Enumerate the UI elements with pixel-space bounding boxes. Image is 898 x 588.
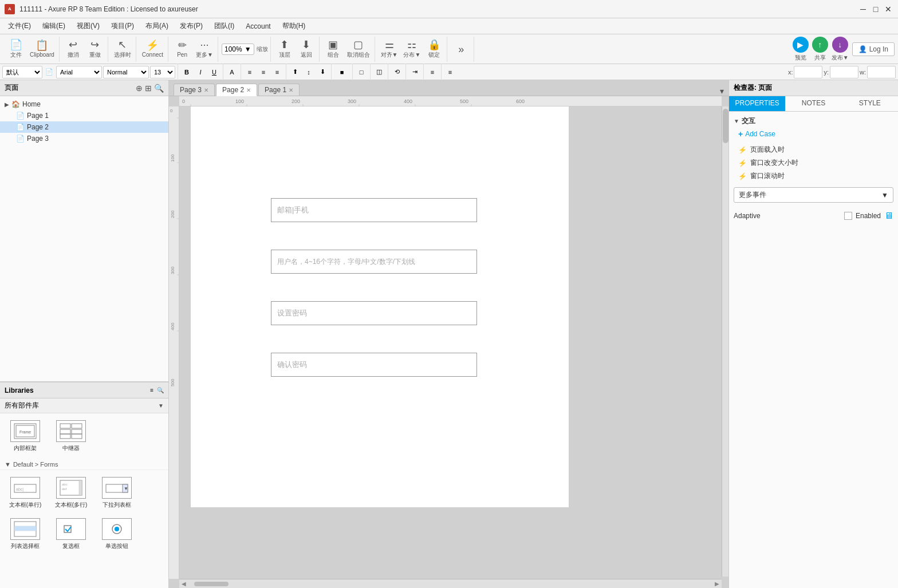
tab-page1-close[interactable]: ✕ [289,87,293,93]
lib-menu-icon[interactable]: ≡ [150,387,153,393]
lib-filter-arrow[interactable]: ▼ [158,402,164,409]
lib-item-textbox-single[interactable]: abc| 文本框(单行) [5,475,46,511]
tree-page3[interactable]: 📄 Page 3 [0,133,168,144]
tab-page1[interactable]: Page 1 ✕ [258,84,300,96]
menu-project[interactable]: 项目(P) [105,19,140,33]
font-color-button[interactable]: A [226,66,238,78]
font-family-select[interactable]: Arial [56,66,102,78]
file-button[interactable]: 📄 文件 [6,38,26,61]
hscroll-right-arrow[interactable]: ▶ [712,581,722,587]
redo-button[interactable]: ↪ 重做 [85,38,105,61]
overflow-button[interactable]: » [451,38,471,61]
pages-add-icon[interactable]: ⊕ [136,84,143,93]
preview-button[interactable]: ▶ 预览 [793,37,809,62]
underline-button[interactable]: U [208,66,220,78]
font-style-select[interactable]: Normal [103,66,149,78]
group-button[interactable]: ▣ 组合 [323,38,344,61]
maximize-button[interactable]: □ [871,4,881,14]
style-select[interactable]: 默认 [2,66,42,78]
pages-search-icon[interactable]: 🔍 [154,84,164,93]
menu-team[interactable]: 团队(I) [208,19,240,33]
clipboard-button[interactable]: 📋 Clipboard [27,38,57,61]
lib-item-textbox-multi[interactable]: abc def 文本框(多行) [50,475,92,511]
font-size-select[interactable]: 13 [150,66,175,78]
add-case-button[interactable]: + Add Case [738,129,893,139]
field-password[interactable]: 设置密码 [271,301,477,325]
select-button[interactable]: ↖ 选择时 [112,38,133,61]
tab-overflow-button[interactable]: ▾ [720,86,724,96]
pages-expand-icon[interactable]: ⊞ [145,84,152,93]
align-left-button[interactable]: ≡ [243,66,256,78]
menu-help[interactable]: 帮助(H) [277,19,312,33]
list-button[interactable]: ≡ [426,66,439,78]
lib-search-icon[interactable]: 🔍 [157,387,164,393]
horizontal-scrollbar[interactable]: ◀ ▶ [179,579,722,588]
tab-page2-close[interactable]: ✕ [246,87,251,93]
menu-account[interactable]: Account [240,20,276,33]
publish-button[interactable]: ↓ 发布▼ [832,37,849,62]
vscroll-thumb[interactable] [723,109,728,143]
canvas-content[interactable]: 邮箱|手机 用户名，4~16个字符，字母/中文/数字/下划线 设置密码 确认密码 [179,106,722,579]
valign-top-button[interactable]: ⬆ [289,66,301,78]
tab-properties[interactable]: PROPERTIES [729,96,785,111]
tree-page2[interactable]: 📄 Page 2 [0,121,168,133]
event-window-resize[interactable]: ⚡ 窗口改变大小时 [734,156,893,169]
transform-button[interactable]: ⟲ [391,66,403,78]
format-page-icon[interactable]: 📄 [44,66,55,78]
menu-file[interactable]: 文件(E) [2,19,37,33]
canvas-scroll[interactable]: 0 100 200 300 400 500 600 [169,96,728,588]
menu-publish[interactable]: 发布(P) [174,19,208,33]
menu-layout[interactable]: 布局(A) [140,19,174,33]
connect-button[interactable]: ⚡ Connect [140,38,166,61]
valign-mid-button[interactable]: ↕ [302,66,315,78]
field-username[interactable]: 用户名，4~16个字符，字母/中文/数字/下划线 [271,250,477,274]
vertical-scrollbar[interactable] [722,106,728,577]
menu-view[interactable]: 视图(V) [71,19,105,33]
italic-button[interactable]: I [194,66,207,78]
w-input[interactable] [867,66,896,78]
lock-button[interactable]: 🔒 锁定 [424,38,444,61]
lib-item-radio[interactable]: 单选按钮 [96,516,137,553]
lib-item-listbox[interactable]: 列表选择框 [5,516,46,553]
x-input[interactable] [794,66,822,78]
adaptive-settings-icon[interactable]: 🖥 [884,211,893,221]
tab-page3-close[interactable]: ✕ [204,87,208,93]
minimize-button[interactable]: ─ [858,4,868,14]
field-email[interactable]: 邮箱|手机 [271,198,477,222]
event-window-scroll[interactable]: ⚡ 窗口滚动时 [734,169,893,183]
undo-button[interactable]: ↩ 撤消 [63,38,84,61]
tab-page2[interactable]: Page 2 ✕ [216,84,257,96]
pen-button[interactable]: ✏ Pen [172,38,192,61]
tree-page1[interactable]: 📄 Page 1 [0,110,168,121]
distribute-button[interactable]: ⚏ 分布▼ [401,38,423,61]
hscroll-left-arrow[interactable]: ◀ [179,581,188,587]
toplayer-button[interactable]: ⬆ 顶层 [274,38,295,61]
y-input[interactable] [830,66,858,78]
back-button[interactable]: ⬇ 返回 [296,38,317,61]
lib-item-inner-frame[interactable]: Frame 内部框架 [5,418,46,455]
valign-bot-button[interactable]: ⬇ [316,66,329,78]
tab-notes[interactable]: NOTES [785,96,841,111]
align-button[interactable]: ⚌ 对齐▼ [379,38,400,61]
hscroll-thumb[interactable] [194,582,229,586]
align-right-button[interactable]: ≡ [271,66,283,78]
tab-page3[interactable]: Page 3 ✕ [174,84,215,96]
event-page-load[interactable]: ⚡ 页面载入时 [734,143,893,156]
border-button[interactable]: □ [355,66,368,78]
ungroup-button[interactable]: ▢ 取消组合 [345,38,372,61]
bold-button[interactable]: B [180,66,193,78]
zoom-selector[interactable]: 100% ▼ [222,44,254,55]
indent-button[interactable]: ⇥ [408,66,421,78]
more-button[interactable]: ··· 更多▼ [194,38,215,61]
align-center-button[interactable]: ≡ [257,66,270,78]
tab-style[interactable]: STYLE [842,96,898,111]
lib-item-checkbox[interactable]: 复选框 [50,516,92,553]
menu-edit[interactable]: 编辑(E) [37,19,71,33]
field-confirm-password[interactable]: 确认密码 [271,353,477,377]
adaptive-checkbox[interactable] [844,212,852,220]
lib-item-dropdown[interactable]: ▼ 下拉列表框 [96,475,137,511]
more-events-dropdown[interactable]: 更多事件 ▼ [734,187,893,203]
more-format-button[interactable]: ≡ [444,66,456,78]
fill-color-button[interactable]: ■ [334,66,350,78]
lib-item-repeater[interactable]: 中继器 [50,418,92,455]
